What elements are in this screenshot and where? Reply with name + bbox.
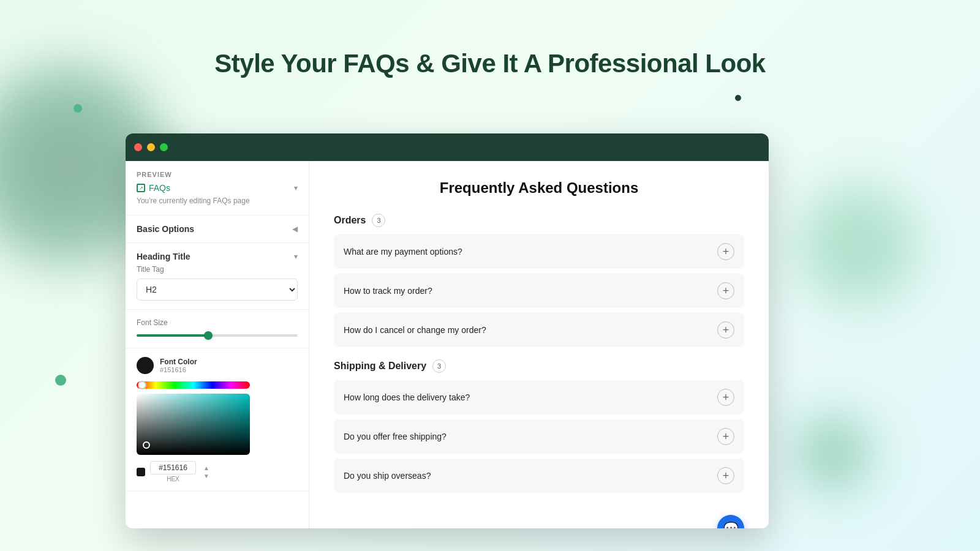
bg-decoration-3 <box>796 416 870 490</box>
basic-options-row[interactable]: Basic Options ◀ <box>126 216 309 243</box>
faq-question: Do you ship overseas? <box>344 471 431 481</box>
faq-category-orders: Orders 3 What are my payment options? + … <box>334 214 744 347</box>
font-color-section: Font Color #151616 HEX <box>126 348 309 492</box>
faq-question: How do I cancel or change my order? <box>344 325 486 335</box>
title-tag-label: Title Tag <box>137 265 298 274</box>
font-size-thumb[interactable] <box>204 331 213 340</box>
heading-title-row: Heading Title ▾ <box>137 252 298 261</box>
font-size-track <box>137 334 298 337</box>
faq-question: Do you offer free shipping? <box>344 432 447 441</box>
faqs-preview-link[interactable]: FAQs <box>137 183 170 193</box>
color-hex-row: HEX ▲ ▼ <box>137 461 298 482</box>
faq-item[interactable]: How long does the delivery take? + <box>334 380 744 414</box>
category-badge-shipping: 3 <box>432 359 446 373</box>
chat-icon: 💬 <box>723 521 739 528</box>
heading-title-label: Heading Title <box>137 252 190 261</box>
dot-accent-1 <box>74 104 82 113</box>
page-title: Style Your FAQs & Give It A Professional… <box>0 49 980 78</box>
page-header: Style Your FAQs & Give It A Professional… <box>0 0 980 103</box>
expand-btn[interactable]: + <box>717 428 734 445</box>
heading-chevron-icon[interactable]: ▾ <box>294 252 298 261</box>
faq-item[interactable]: How do I cancel or change my order? + <box>334 313 744 347</box>
color-hex-badge <box>137 468 145 476</box>
window-minimize-btn[interactable] <box>147 143 155 151</box>
font-size-section: Font Size <box>126 310 309 348</box>
external-link-icon <box>137 184 145 192</box>
expand-btn[interactable]: + <box>717 243 734 260</box>
heading-title-section: Heading Title ▾ Title Tag H1 H2 H3 H4 H5… <box>126 243 309 310</box>
sidebar-panel: PREVIEW FAQs ▾ You're currently editing … <box>126 161 309 528</box>
hex-input[interactable] <box>150 461 196 474</box>
category-badge-orders: 3 <box>372 214 385 227</box>
browser-body: PREVIEW FAQs ▾ You're currently editing … <box>126 161 769 528</box>
category-header-orders: Orders 3 <box>334 214 744 227</box>
faq-page-title: Frequently Asked Questions <box>334 179 744 197</box>
faq-item[interactable]: Do you ship overseas? + <box>334 459 744 493</box>
editing-note: You're currently editing FAQs page <box>137 197 298 205</box>
font-color-hex: #151616 <box>160 366 197 373</box>
faq-item[interactable]: What are my payment options? + <box>334 234 744 269</box>
sidebar-preview-section: PREVIEW FAQs ▾ You're currently editing … <box>126 161 309 216</box>
hue-thumb[interactable] <box>138 381 146 389</box>
font-color-row: Font Color #151616 <box>137 357 298 374</box>
hex-up-arrow[interactable]: ▲ <box>203 465 209 471</box>
faq-question: What are my payment options? <box>344 247 462 257</box>
faq-item[interactable]: How to track my order? + <box>334 274 744 308</box>
window-close-btn[interactable] <box>134 143 142 151</box>
expand-btn[interactable]: + <box>717 467 734 484</box>
color-picker-canvas[interactable] <box>137 394 250 455</box>
color-picker-cursor <box>143 441 150 449</box>
chevron-left-icon: ◀ <box>292 225 298 233</box>
faq-item[interactable]: Do you offer free shipping? + <box>334 419 744 454</box>
window-maximize-btn[interactable] <box>160 143 168 151</box>
title-bar <box>126 133 769 161</box>
preview-label: PREVIEW <box>137 171 298 178</box>
expand-btn[interactable]: + <box>717 389 734 406</box>
expand-btn[interactable]: + <box>717 321 734 339</box>
faq-question: How long does the delivery take? <box>344 392 470 402</box>
preview-area: Frequently Asked Questions Orders 3 What… <box>309 161 769 528</box>
browser-window: PREVIEW FAQs ▾ You're currently editing … <box>126 133 769 528</box>
chevron-down-icon: ▾ <box>294 184 298 192</box>
category-name-orders: Orders <box>334 215 366 226</box>
color-swatch[interactable] <box>137 357 154 374</box>
category-name-shipping: Shipping & Delivery <box>334 361 426 372</box>
hue-slider[interactable] <box>137 381 250 389</box>
preview-link-row: FAQs ▾ <box>137 183 298 193</box>
bg-decoration-2 <box>796 184 919 306</box>
dot-accent-3 <box>55 375 66 386</box>
hex-input-group: HEX <box>150 461 196 482</box>
title-tag-select[interactable]: H1 H2 H3 H4 H5 H6 <box>137 279 298 301</box>
category-header-shipping: Shipping & Delivery 3 <box>334 359 744 373</box>
faq-category-shipping: Shipping & Delivery 3 How long does the … <box>334 359 744 493</box>
chat-button[interactable]: 💬 <box>717 515 744 528</box>
color-info: Font Color #151616 <box>160 358 197 373</box>
expand-btn[interactable]: + <box>717 282 734 299</box>
basic-options-label: Basic Options <box>137 224 194 234</box>
font-color-label: Font Color <box>160 358 197 366</box>
hex-label: HEX <box>150 476 196 482</box>
hex-down-arrow[interactable]: ▼ <box>203 473 209 479</box>
font-size-label: Font Size <box>137 318 298 327</box>
faqs-link-label: FAQs <box>149 183 170 193</box>
faq-question: How to track my order? <box>344 286 432 296</box>
